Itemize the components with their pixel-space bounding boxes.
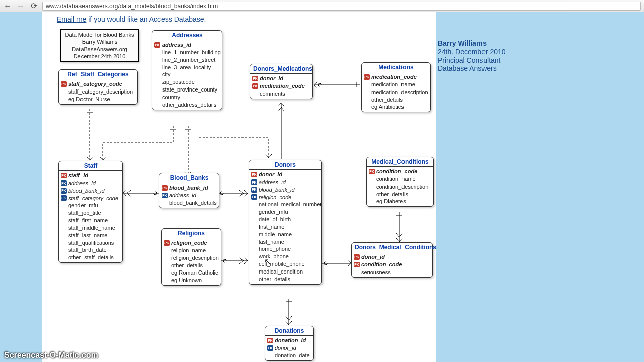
reload-button[interactable]: ⟳ xyxy=(29,2,38,11)
column: address_id xyxy=(169,192,196,199)
fk-icon: FK xyxy=(61,180,67,186)
entity-title: Blood_Banks xyxy=(159,173,219,183)
pk-icon: PK xyxy=(251,172,257,177)
column: donor_id xyxy=(260,75,283,82)
column: medication_code xyxy=(371,73,417,81)
entity-staff: Staff PKstaff_id FKaddress_id FKblood_ba… xyxy=(58,161,123,263)
column: staff_category_code xyxy=(68,195,118,202)
column: line_1_number_building xyxy=(162,49,221,56)
intro-rest: if you would like an Access Database. xyxy=(86,15,206,23)
svg-point-15 xyxy=(324,262,327,265)
entity-medical-conditions: Medical_Conditions PKcondition_code cond… xyxy=(366,157,434,207)
column: condition_code xyxy=(376,168,417,175)
pk-icon: PK xyxy=(252,76,258,81)
entity-addresses: Addresses PKaddress_id line_1_number_bui… xyxy=(152,30,222,110)
pk-icon: PK xyxy=(61,81,67,87)
column: cell_mobile_phone xyxy=(259,260,305,268)
column: eg Doctor, Nurse xyxy=(68,96,110,103)
pk-icon: PK xyxy=(364,74,370,80)
column: address_id xyxy=(162,41,191,49)
entity-donors-medications: Donors_Medications PKdonor_id PKmedicati… xyxy=(250,64,313,99)
url-text: www.databaseanswers.org/data_models/bloo… xyxy=(46,3,218,10)
column: donation_id xyxy=(275,337,306,344)
pk-icon: PK xyxy=(252,83,258,89)
entity-title: Ref_Staff_Categories xyxy=(59,70,137,79)
entity-donors: Donors PKdonor_id FKaddress_id FKblood_b… xyxy=(249,160,322,285)
entity-title: Religions xyxy=(162,229,221,238)
info-line: DataBaseAnswers.org xyxy=(64,46,135,53)
entity-religions: Religions PKreligion_code religion_name … xyxy=(161,228,221,286)
column: national_medical_number xyxy=(259,201,322,208)
column: other_address_details xyxy=(162,101,216,109)
author-org: Database Answers xyxy=(438,64,506,73)
author-date: 24th. December 2010 xyxy=(438,48,506,56)
column: work_phone xyxy=(259,253,289,260)
entity-ref-staff-categories: Ref_Staff_Categories PKstaff_category_co… xyxy=(58,69,138,105)
column: religion_code xyxy=(259,194,291,201)
entity-title: Medications xyxy=(362,63,430,72)
column: date_of_birth xyxy=(259,216,291,223)
column: other_details xyxy=(371,96,403,104)
info-line: Data Model for Blood Banks xyxy=(64,31,135,38)
entity-title: Addresses xyxy=(152,31,222,40)
pk-icon: PK xyxy=(267,338,273,343)
column: address_id xyxy=(259,178,286,186)
column: donor_id xyxy=(361,253,385,261)
column: eg Roman Catholic xyxy=(171,269,218,277)
fk-icon: FK xyxy=(251,179,257,185)
column: staff_middle_name xyxy=(68,224,115,232)
entity-title: Donors_Medications xyxy=(250,64,312,74)
back-button[interactable]: ← xyxy=(3,2,12,11)
column: medical_condition xyxy=(259,268,303,276)
fk-icon: FK xyxy=(162,193,168,198)
column: religion_name xyxy=(171,247,206,254)
column: other_details xyxy=(376,191,408,198)
column: donation_date xyxy=(275,352,310,359)
column: country xyxy=(162,94,180,101)
column: gender_mfu xyxy=(68,202,98,209)
column: seriousness xyxy=(361,268,391,276)
column: religion_code xyxy=(171,239,207,247)
entity-donors-medical-conditions: Donors_Medical_Conditions PKdonor_id PKc… xyxy=(351,242,433,278)
column: staff_last_name xyxy=(68,232,107,239)
column: eg Diabetes xyxy=(376,198,406,205)
column: other_details xyxy=(171,262,203,269)
page-body: Data Model for Blood Banks Barry William… xyxy=(0,12,644,362)
forward-button[interactable]: → xyxy=(16,2,25,11)
entity-title: Medical_Conditions xyxy=(367,157,433,167)
column: medication_name xyxy=(371,81,415,88)
pk-icon: PK xyxy=(354,254,360,260)
column: comments xyxy=(260,90,285,98)
column: city xyxy=(162,71,171,78)
author-role: Principal Consultant xyxy=(438,56,506,65)
column: gender_mfu xyxy=(259,208,288,216)
column: other_staff_details xyxy=(68,254,114,261)
column: state_province_county xyxy=(162,86,217,94)
url-bar[interactable]: www.databaseanswers.org/data_models/bloo… xyxy=(42,2,641,11)
watermark-text: Screencast-O-Matic.com xyxy=(4,351,98,360)
column: line_3_area_locality xyxy=(162,64,211,71)
fk-icon: FK xyxy=(251,187,257,193)
column: staff_first_name xyxy=(68,217,108,224)
column: home_phone xyxy=(259,245,291,253)
entity-title: Staff xyxy=(59,161,122,171)
column: eg Antibiotics xyxy=(371,103,404,111)
email-me-link[interactable]: Email me xyxy=(57,15,86,23)
column: staff_qualifications xyxy=(68,239,114,247)
column: staff_category_code xyxy=(68,80,122,88)
column: middle_name xyxy=(259,231,292,238)
author-info: Barry Williams 24th. December 2010 Princ… xyxy=(438,39,506,73)
column: staff_id xyxy=(68,172,88,179)
fk-icon: FK xyxy=(61,195,67,201)
column: condition_code xyxy=(361,261,402,268)
column: condition_description xyxy=(376,183,428,191)
entity-blood-banks: Blood_Banks PKblood_bank_id FKaddress_id… xyxy=(159,173,219,208)
fk-icon: FK xyxy=(251,194,257,200)
pk-icon: PK xyxy=(354,262,360,267)
info-line: December 24th 2010 xyxy=(64,53,135,60)
column: other_details xyxy=(259,276,290,283)
column: donor_id xyxy=(259,171,282,178)
entity-donations: Donations PKdonation_id FKdonor_id donat… xyxy=(265,326,314,361)
diagram-title-card: Data Model for Blood Banks Barry William… xyxy=(60,29,139,62)
fk-icon: FK xyxy=(61,188,67,194)
